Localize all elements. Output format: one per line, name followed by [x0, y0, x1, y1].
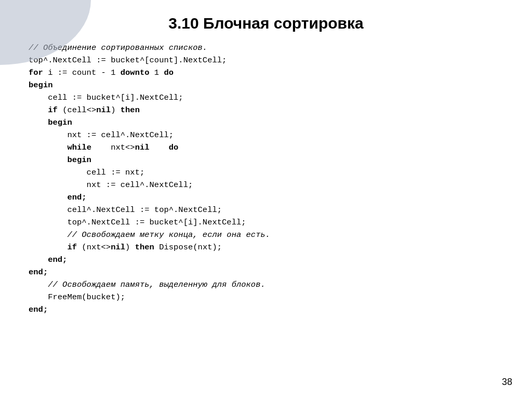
code-line: top^.NextCell := bucket^[count].NextCell… — [29, 54, 503, 66]
slide-title: 3.10 Блочная сортировка — [0, 0, 532, 42]
code-line: begin — [29, 79, 503, 91]
code-line: end; — [29, 254, 503, 266]
code-line: if (nxt<>nil) then Dispose(nxt); — [29, 241, 503, 254]
code-line: FreeMem(bucket); — [29, 291, 503, 303]
code-line: begin — [29, 116, 503, 129]
code-line: cell^.NextCell := top^.NextCell; — [29, 204, 503, 216]
code-line: // Объединение сортированных списков. — [29, 42, 503, 54]
code-area: // Объединение сортированных списков.top… — [29, 42, 503, 316]
code-line: cell := bucket^[i].NextCell; — [29, 91, 503, 104]
code-line: if (cell<>nil) then — [29, 104, 503, 116]
page-number: 38 — [502, 377, 512, 388]
code-line: nxt := cell^.NextCell; — [29, 179, 503, 191]
code-line: top^.NextCell := bucket^[i].NextCell; — [29, 216, 503, 229]
code-line: cell := nxt; — [29, 166, 503, 179]
code-line: while nxt<>nil do — [29, 141, 503, 154]
code-line: nxt := cell^.NextCell; — [29, 129, 503, 141]
code-line: end; — [29, 191, 503, 204]
code-line: end; — [29, 266, 503, 278]
code-line: end; — [29, 303, 503, 316]
code-line: // Освобождаем метку конца, если она ест… — [29, 229, 503, 241]
code-line: // Освобождаем память, выделенную для бл… — [29, 278, 503, 291]
code-line: begin — [29, 154, 503, 166]
slide: 3.10 Блочная сортировка // Объединение с… — [0, 0, 532, 399]
code-line: for i := count - 1 downto 1 do — [29, 66, 503, 79]
